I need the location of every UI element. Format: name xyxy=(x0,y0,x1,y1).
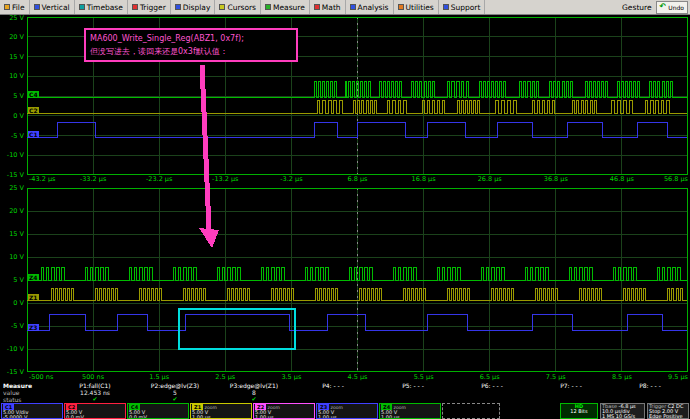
time-axis-label: 9.5 µs xyxy=(668,374,688,381)
time-axis-label: -33.2 µs xyxy=(80,176,106,183)
annotation-line-2: 但没写进去，读回来还是0x3f默认值： xyxy=(90,45,292,58)
scope-display[interactable]: MA600_Write_Single_Reg(ABZ1, 0x7f); 但没写进… xyxy=(0,15,690,403)
support-icon xyxy=(443,4,449,10)
descriptor-z2[interactable]: Z2 zoom5.00 V1.00 µs xyxy=(253,403,315,419)
annotation-box[interactable]: MA600_Write_Single_Reg(ABZ1, 0x7f); 但没写进… xyxy=(84,28,298,62)
descriptor-z4[interactable]: Z4 zoom5.00 V1.00 µs xyxy=(379,403,441,419)
descriptor-c2[interactable]: C25.00 V0.0 mV xyxy=(64,403,126,419)
waveform-grid-bottom[interactable] xyxy=(27,188,688,372)
volt-axis-label: 10 V xyxy=(0,73,24,80)
time-axis-label: 500 ns xyxy=(82,374,104,381)
descriptor-line2: 0.0 mV xyxy=(66,415,124,419)
volt-axis-label: -15 V xyxy=(0,369,24,376)
undo-icon: ↶ xyxy=(660,3,667,11)
hd-indicator: HD 12 Bits xyxy=(560,403,598,419)
volt-axis-label: 5 V xyxy=(0,93,24,100)
volt-axis-label: 25 V xyxy=(0,185,24,192)
empty-descriptor-slot[interactable] xyxy=(442,403,500,419)
descriptor-c1[interactable]: C15.00 V/div-5.0000 V xyxy=(1,403,63,419)
menu-measure[interactable]: Measure xyxy=(261,0,310,14)
menu-bar: FileVerticalTimebaseTriggerDisplayCursor… xyxy=(0,0,690,15)
descriptor-line2: 1.00 µs xyxy=(318,415,376,419)
menu-label: Timebase xyxy=(87,3,123,12)
measure-param-label[interactable]: P7: - - - xyxy=(560,383,582,389)
trigger-type: Edge xyxy=(649,413,662,419)
volt-axis-label: 5 V xyxy=(0,277,24,284)
time-axis-label: -23.2 µs xyxy=(146,176,172,183)
time-axis-label: -500 ns xyxy=(29,374,53,381)
time-axis-label: 6.8 µs xyxy=(348,176,368,183)
menu-label: Display xyxy=(183,3,211,12)
timebase-icon xyxy=(79,4,85,10)
volt-axis-label: -5 V xyxy=(0,133,24,140)
undo-button[interactable]: ↶ Undo xyxy=(656,1,688,14)
channel-tag-c2[interactable]: C2 xyxy=(28,107,39,114)
waveform-c2 xyxy=(27,100,687,113)
menu-label: Measure xyxy=(273,3,305,12)
trigger-slope: Positive xyxy=(663,413,682,419)
time-axis-label: 1.5 µs xyxy=(149,374,169,381)
waveform-z4 xyxy=(27,267,687,280)
descriptor-line2: 0.0 mV xyxy=(129,415,187,419)
channel-tag-z3[interactable]: Z3 xyxy=(28,324,39,331)
utilities-icon xyxy=(398,4,404,10)
channel-tag-z4[interactable]: Z4 xyxy=(28,274,39,281)
tbase-sampling: 1 MS 10 GS/s xyxy=(602,414,643,419)
menu-timebase[interactable]: Timebase xyxy=(75,0,128,14)
menu-items: FileVerticalTimebaseTriggerDisplayCursor… xyxy=(0,0,485,14)
menu-display[interactable]: Display xyxy=(171,0,216,14)
menu-vertical[interactable]: Vertical xyxy=(30,0,75,14)
volt-axis-label: 15 V xyxy=(0,54,24,61)
time-axis-label: 16.8 µs xyxy=(412,176,436,183)
volt-axis-label: -5 V xyxy=(0,323,24,330)
menu-support[interactable]: Support xyxy=(439,0,486,14)
channel-tag-z1[interactable]: Z1 xyxy=(28,294,39,301)
descriptor-z1[interactable]: Z1 zoom5.00 V1.00 µs xyxy=(190,403,252,419)
volt-axis-label: 15 V xyxy=(0,231,24,238)
time-axis-label: 26.8 µs xyxy=(478,176,502,183)
vertical-icon xyxy=(34,4,40,10)
trigger-icon xyxy=(132,4,138,10)
waveform-c4 xyxy=(27,81,687,97)
descriptor-c4[interactable]: C45.00 V0.0 mV xyxy=(127,403,189,419)
channel-tag-c4[interactable]: C4 xyxy=(28,91,39,98)
time-axis-label: 3.5 µs xyxy=(281,374,301,381)
measure-param-label[interactable]: P6: - - - xyxy=(481,383,503,389)
cursors-icon xyxy=(219,4,225,10)
measure-param-label[interactable]: P5: - - - xyxy=(402,383,424,389)
measure-table: Measure value status P1:fall(C1)12.453 n… xyxy=(0,383,690,403)
time-axis-label: -13.2 µs xyxy=(212,176,238,183)
channel-tag-c1[interactable]: C1 xyxy=(28,131,39,138)
undo-label: Undo xyxy=(668,4,684,11)
menu-analysis[interactable]: Analysis xyxy=(346,0,394,14)
measure-param-status: ✔ xyxy=(172,396,177,402)
measure-param-status: ✔ xyxy=(92,396,97,402)
measure-param-status: ✔ xyxy=(251,396,256,402)
trigger-descriptor[interactable]: Trigger C2 DC Stop 2.00 V Edge Positive xyxy=(647,403,689,419)
menu-label: Utilities xyxy=(406,3,434,12)
menu-cursors[interactable]: Cursors xyxy=(215,0,261,14)
descriptor-z3[interactable]: Z3 zoom5.00 V1.00 µs xyxy=(316,403,378,419)
descriptor-line2: 1.00 µs xyxy=(192,415,250,419)
analysis-icon xyxy=(350,4,356,10)
menu-math[interactable]: Math xyxy=(310,0,346,14)
time-axis-label: 36.8 µs xyxy=(544,176,568,183)
menu-trigger[interactable]: Trigger xyxy=(128,0,171,14)
menu-utilities[interactable]: Utilities xyxy=(394,0,439,14)
timebase-descriptor[interactable]: Tbase -6.8 µs 10.0 µs/div 1 MS 10 GS/s xyxy=(600,403,645,419)
menu-label: File xyxy=(12,3,25,12)
menu-label: Trigger xyxy=(140,3,166,12)
time-axis-label: 5.5 µs xyxy=(414,374,434,381)
menu-right: Gesture ↶ Undo xyxy=(622,1,690,14)
descriptor-line2: 1.00 µs xyxy=(255,415,313,419)
measure-param-label[interactable]: P8: - - - xyxy=(639,383,661,389)
descriptor-line2: 1.00 µs xyxy=(381,415,439,419)
menu-file[interactable]: File xyxy=(0,0,30,14)
waveform-c1 xyxy=(27,122,687,137)
menu-label: Analysis xyxy=(358,3,389,12)
display-icon xyxy=(175,4,181,10)
time-axis-label: 56.8 µs xyxy=(664,176,688,183)
measure-param-label[interactable]: P4: - - - xyxy=(322,383,344,389)
time-axis-label: -43.2 µs xyxy=(29,176,55,183)
menu-label: Support xyxy=(451,3,481,12)
